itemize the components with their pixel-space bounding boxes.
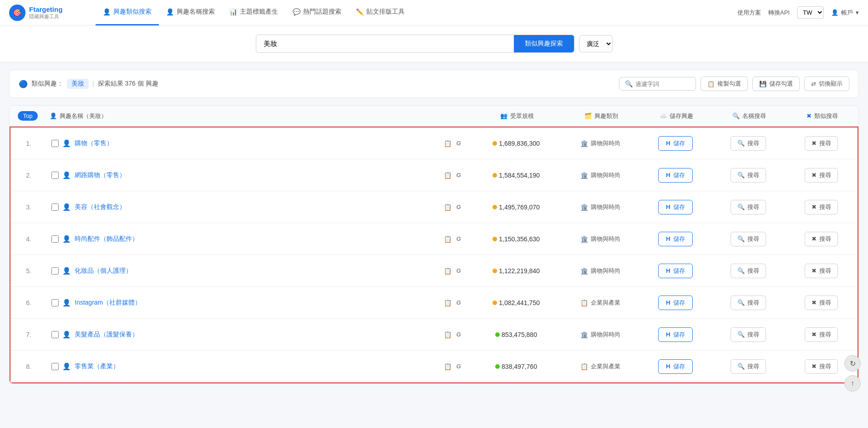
copy-row-icon[interactable]: 📋 bbox=[444, 235, 452, 243]
save-interest-button[interactable]: H 儲存 bbox=[658, 327, 692, 342]
save-interest-button[interactable]: H 儲存 bbox=[658, 168, 692, 183]
nav-item-hot-topic[interactable]: 💬 熱門話題搜索 bbox=[285, 0, 349, 25]
row-audience: 1,150,356,630 bbox=[471, 235, 562, 243]
row-save-cell: H 儲存 bbox=[639, 264, 712, 278]
table-body: 1. 👤 購物（零售） 📋 G 1,689,836,300 🏛️ 購物與時尚 H… bbox=[10, 127, 858, 383]
table-row: 4. 👤 時尚配件（飾品配件） 📋 G 1,150,356,630 🏛️ 購物與… bbox=[10, 223, 858, 255]
google-row-icon[interactable]: G bbox=[456, 363, 461, 370]
convert-api-link[interactable]: 轉換API bbox=[768, 9, 790, 17]
row-checkbox[interactable] bbox=[51, 204, 59, 211]
row-checkbox[interactable] bbox=[51, 267, 59, 275]
save-interest-button[interactable]: H 儲存 bbox=[658, 296, 692, 310]
name-search-button[interactable]: 🔍 搜尋 bbox=[731, 359, 766, 374]
similar-search-icon: ✖ bbox=[812, 204, 817, 210]
name-search-button[interactable]: 🔍 搜尋 bbox=[731, 264, 766, 278]
google-row-icon[interactable]: G bbox=[456, 299, 461, 306]
search-row-icon: 🔍 bbox=[737, 331, 745, 338]
save-interest-button[interactable]: H 儲存 bbox=[658, 200, 692, 214]
category-icon: 📋 bbox=[580, 363, 588, 370]
row-similar-search-cell: ✖ 搜尋 bbox=[785, 264, 858, 278]
save-interest-button[interactable]: H 儲存 bbox=[658, 359, 692, 374]
row-checkbox[interactable] bbox=[51, 235, 59, 243]
row-audience: 1,082,441,750 bbox=[471, 299, 562, 306]
row-interest-name: 化妝品（個人護理） bbox=[75, 267, 132, 275]
refresh-button[interactable]: ↻ bbox=[844, 355, 861, 372]
name-search-button[interactable]: 🔍 搜尋 bbox=[731, 200, 766, 214]
save-interest-button[interactable]: H 儲存 bbox=[658, 136, 692, 151]
copy-row-icon[interactable]: 📋 bbox=[444, 172, 452, 179]
account-button[interactable]: 👤 帳戶 ▾ bbox=[831, 9, 859, 17]
edit-icon: ✏️ bbox=[356, 8, 364, 15]
row-checkbox[interactable] bbox=[51, 140, 59, 147]
google-row-icon[interactable]: G bbox=[456, 267, 461, 274]
row-similar-search-cell: ✖ 搜尋 bbox=[785, 296, 858, 310]
copy-row-icon[interactable]: 📋 bbox=[444, 140, 452, 147]
copy-row-icon[interactable]: 📋 bbox=[444, 267, 452, 275]
nav-item-topic-tag[interactable]: 📊 主題標籤產生 bbox=[222, 0, 285, 25]
search-button[interactable]: 類似興趣探索 bbox=[514, 35, 574, 52]
copy-row-icon[interactable]: 📋 bbox=[444, 299, 452, 306]
save-selected-button[interactable]: 💾 儲存勾選 bbox=[752, 76, 800, 91]
google-row-icon[interactable]: G bbox=[456, 140, 461, 147]
similar-search-button[interactable]: ✖ 搜尋 bbox=[805, 136, 838, 151]
name-search-button[interactable]: 🔍 搜尋 bbox=[731, 296, 766, 310]
row-name-cell: 👤 美容（社會觀念） bbox=[47, 203, 434, 211]
copy-row-icon[interactable]: 📋 bbox=[444, 363, 452, 370]
save-interest-button[interactable]: H 儲存 bbox=[658, 264, 692, 278]
results-bar: 🔵 類似興趣： 美妝 | 探索結果 376 個 興趣 🔍 📋 複製勾選 💾 儲存… bbox=[9, 70, 859, 98]
row-save-cell: H 儲存 bbox=[639, 168, 712, 183]
nav-item-interest-similar[interactable]: 👤 興趣類似搜索 bbox=[96, 0, 159, 25]
category-label: 購物與時尚 bbox=[591, 171, 620, 179]
toggle-icon: ⇄ bbox=[811, 81, 816, 87]
nav-label-4: 熱門話題搜索 bbox=[303, 8, 341, 16]
similar-search-button[interactable]: ✖ 搜尋 bbox=[805, 327, 838, 342]
nav-item-interest-name[interactable]: 👤 興趣名稱搜索 bbox=[159, 0, 222, 25]
similar-search-button[interactable]: ✖ 搜尋 bbox=[805, 359, 838, 374]
search-input[interactable] bbox=[256, 36, 514, 52]
similar-search-button[interactable]: ✖ 搜尋 bbox=[805, 264, 838, 278]
chat-icon: 💬 bbox=[293, 8, 300, 15]
scroll-top-button[interactable]: ↑ bbox=[844, 375, 861, 392]
name-search-button[interactable]: 🔍 搜尋 bbox=[731, 168, 766, 183]
name-search-button[interactable]: 🔍 搜尋 bbox=[731, 232, 766, 246]
save-interest-button[interactable]: H 儲存 bbox=[658, 232, 692, 246]
row-number: 2. bbox=[10, 172, 47, 179]
name-search-button[interactable]: 🔍 搜尋 bbox=[731, 327, 766, 342]
copy-row-icon[interactable]: 📋 bbox=[444, 331, 452, 338]
copy-selected-button[interactable]: 📋 複製勾選 bbox=[700, 76, 748, 91]
similar-search-icon: ✖ bbox=[812, 299, 817, 306]
save-btn-icon: H bbox=[666, 299, 670, 306]
person-icon-1: 👤 bbox=[103, 8, 111, 15]
google-row-icon[interactable]: G bbox=[456, 331, 461, 338]
th-actions bbox=[435, 111, 472, 121]
logo-text: Ftargeting 隱藏興趣工具 bbox=[29, 5, 62, 20]
filter-input[interactable] bbox=[635, 81, 690, 87]
similar-search-button[interactable]: ✖ 搜尋 bbox=[805, 232, 838, 246]
category-label: 購物與時尚 bbox=[591, 235, 620, 243]
filter-input-wrapper: 🔍 bbox=[619, 77, 696, 91]
similar-search-button[interactable]: ✖ 搜尋 bbox=[805, 296, 838, 310]
similar-search-button[interactable]: ✖ 搜尋 bbox=[805, 200, 838, 214]
lang-selector[interactable]: TW EN bbox=[797, 6, 824, 19]
search-input-wrapper: 類似興趣探索 bbox=[256, 35, 574, 53]
copy-row-icon[interactable]: 📋 bbox=[444, 204, 452, 211]
google-row-icon[interactable]: G bbox=[456, 172, 461, 178]
row-checkbox[interactable] bbox=[51, 172, 59, 179]
row-action-icons: 📋 G bbox=[434, 172, 471, 179]
name-search-button[interactable]: 🔍 搜尋 bbox=[731, 136, 766, 151]
row-number: 3. bbox=[10, 204, 47, 211]
results-tag: 美妝 bbox=[67, 79, 89, 89]
google-row-icon[interactable]: G bbox=[456, 204, 461, 210]
plan-link[interactable]: 使用方案 bbox=[737, 9, 761, 17]
google-row-icon[interactable]: G bbox=[456, 235, 461, 242]
row-checkbox[interactable] bbox=[51, 299, 59, 306]
search-scope-select[interactable]: 廣泛 精準 相關 bbox=[579, 35, 613, 52]
toggle-display-button[interactable]: ⇄ 切換顯示 bbox=[804, 76, 849, 91]
similar-search-button[interactable]: ✖ 搜尋 bbox=[805, 168, 838, 183]
nav-item-post-layout[interactable]: ✏️ 貼文排版工具 bbox=[349, 0, 412, 25]
nav-label-3: 主題標籤產生 bbox=[240, 8, 278, 16]
nav-label-1: 興趣類似搜索 bbox=[113, 8, 152, 16]
row-checkbox[interactable] bbox=[51, 363, 59, 370]
audience-dot bbox=[492, 237, 497, 241]
row-checkbox[interactable] bbox=[51, 331, 59, 338]
